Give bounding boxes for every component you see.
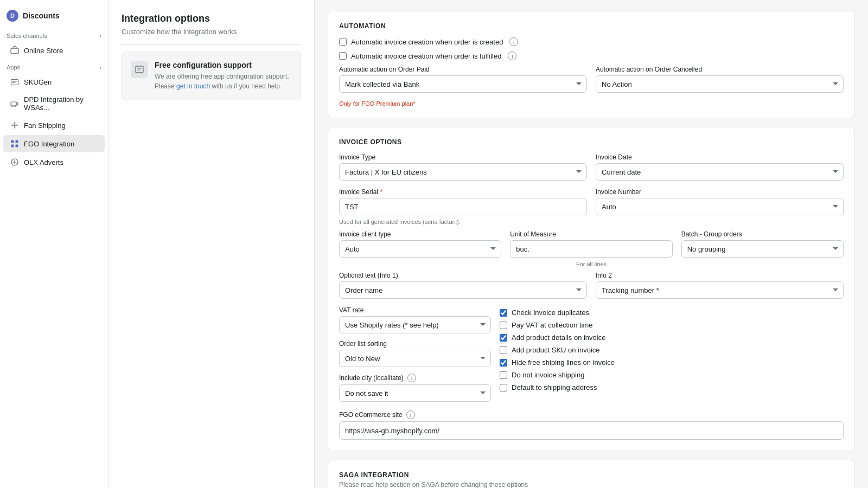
pay-vat-checkbox[interactable] — [500, 322, 507, 329]
sidebar-item-dpd[interactable]: DPD Integration by WSAs... — [3, 92, 105, 115]
order-cancelled-group: Automatic action on Order Cancelled No A… — [596, 66, 844, 93]
required-star: * — [413, 100, 415, 107]
order-sort-select[interactable]: Old to New New to Old — [339, 350, 491, 367]
hide-free-shipping-row: Hide free shiping lines on invoice — [500, 358, 844, 367]
svg-rect-1 — [11, 80, 18, 85]
check-duplicates-row: Check invoice duplicates — [500, 309, 844, 317]
olx-label: OLX Adverts — [24, 158, 63, 166]
svg-point-4 — [15, 106, 16, 107]
info-icon-2[interactable]: i — [508, 52, 516, 60]
info2-select[interactable]: Tracking number * None Order name — [596, 281, 844, 299]
apps-arrow: › — [99, 64, 101, 70]
sidebar-item-olx[interactable]: OLX Adverts — [3, 153, 105, 171]
checkboxes-col: Check invoice duplicates Pay VAT at coll… — [500, 306, 844, 396]
invoice-options-title: INVOICE OPTIONS — [339, 138, 844, 146]
info-card-link[interactable]: get in touch — [176, 82, 210, 90]
saga-title: SAGA INTEGRATION — [339, 471, 844, 479]
info1-select[interactable]: Order name None Order note — [339, 281, 587, 299]
invoice-date-label: Invoice Date — [596, 153, 844, 161]
sidebar-item-fgo[interactable]: FGO Integration — [3, 135, 105, 152]
hide-free-shipping-checkbox[interactable] — [500, 359, 507, 367]
invoice-serial-input[interactable] — [339, 198, 587, 215]
fgo-site-group: FGO eCommerce site i — [339, 410, 844, 440]
order-paid-select[interactable]: Mark collected via Bank No Action Mark c… — [339, 75, 587, 93]
info-card: Free configuration support We are offeri… — [122, 52, 301, 100]
order-paid-group: Automatic action on Order Paid Mark coll… — [339, 66, 587, 93]
unit-group: Unit of Measure — [510, 230, 672, 258]
sales-channels-arrow: › — [99, 33, 101, 39]
skugen-icon — [10, 77, 20, 87]
do-not-invoice-row: Do not invoice shipping — [500, 371, 844, 379]
invoice-date-group: Invoice Date Current date Order date — [596, 153, 844, 181]
invoice-type-group: Invoice Type Factura | X for EU citizens… — [339, 153, 587, 181]
automation-section: AUTOMATION Automatic invoice creation wh… — [328, 11, 855, 118]
auto-create-fulfilled-checkbox[interactable] — [339, 52, 347, 60]
fgo-site-input[interactable] — [339, 421, 844, 440]
invoice-serial-label: Invoice Serial * — [339, 188, 587, 196]
auto-create-order-label: Automatic invoice creation when order is… — [351, 38, 503, 46]
svg-point-5 — [14, 125, 16, 126]
info1-label: Optional text (Info 1) — [339, 272, 587, 279]
svg-rect-2 — [11, 102, 16, 106]
info-card-text: We are offering free app configuration s… — [155, 72, 292, 91]
unit-label: Unit of Measure — [510, 230, 672, 238]
sidebar-item-skugen[interactable]: SKUGen — [3, 73, 105, 91]
sales-channels-label: Sales channels — [7, 33, 47, 39]
sidebar-item-fan-shipping[interactable]: Fan Shipping — [3, 117, 105, 134]
batch-select[interactable]: No grouping By day By week — [681, 240, 844, 258]
only-for-label: Only for FGO Premium plan — [339, 100, 413, 107]
default-shipping-label: Default to shipping address — [512, 383, 597, 391]
default-shipping-checkbox[interactable] — [500, 384, 507, 391]
pay-vat-row: Pay VAT at collection time — [500, 321, 844, 329]
info-icon-1[interactable]: i — [509, 37, 518, 46]
client-type-select[interactable]: Auto Company Individual — [339, 240, 501, 258]
invoice-serial-text: Invoice Serial — [339, 188, 378, 196]
info-card-icon — [131, 61, 148, 78]
info1-info2-row: Optional text (Info 1) Order name None O… — [339, 272, 844, 299]
fan-shipping-label: Fan Shipping — [24, 121, 66, 130]
main-content: Integration options Customize how the in… — [108, 0, 868, 488]
fgo-icon — [10, 139, 20, 149]
vat-label: VAT rate — [339, 306, 491, 314]
sidebar-logo-icon: D — [7, 10, 18, 22]
info1-group: Optional text (Info 1) Order name None O… — [339, 272, 587, 299]
check-duplicates-checkbox[interactable] — [500, 309, 507, 317]
invoice-type-date-row: Invoice Type Factura | X for EU citizens… — [339, 153, 844, 181]
add-sku-label: Add product SKU on invoice — [512, 346, 600, 354]
pay-vat-label: Pay VAT at collection time — [512, 321, 593, 329]
order-cancelled-select[interactable]: No Action Cancel Invoice Delete Invoice — [596, 75, 844, 93]
info-icon-city[interactable]: i — [407, 374, 416, 382]
olx-icon — [10, 157, 20, 167]
info2-group: Info 2 Tracking number * None Order name — [596, 272, 844, 299]
info-card-body: Free configuration support We are offeri… — [155, 61, 292, 91]
sidebar-logo-text: Discounts — [23, 11, 60, 20]
invoice-number-select[interactable]: Auto Manual — [596, 198, 844, 215]
add-sku-checkbox[interactable] — [500, 346, 507, 354]
apps-section: Apps › — [0, 60, 108, 73]
info-icon-fgo[interactable]: i — [406, 410, 415, 419]
unit-input[interactable] — [510, 240, 672, 258]
do-not-invoice-checkbox[interactable] — [500, 371, 507, 379]
batch-group: Batch - Group orders No grouping By day … — [681, 230, 844, 258]
sidebar-item-online-store[interactable]: Online Store — [3, 42, 105, 59]
invoice-type-select[interactable]: Factura | X for EU citizens Factura Prof… — [339, 163, 587, 181]
add-sku-row: Add product SKU on invoice — [500, 346, 844, 354]
include-city-text: Include city (localitate) — [339, 374, 404, 382]
vat-select[interactable]: Use Shopify rates (* see help) Fixed rat… — [339, 316, 491, 333]
vat-checkboxes-row: VAT rate Use Shopify rates (* see help) … — [339, 306, 844, 402]
invoice-number-label: Invoice Number — [596, 188, 844, 196]
batch-label: Batch - Group orders — [681, 230, 844, 238]
info-card-title: Free configuration support — [155, 61, 292, 69]
dpd-icon — [10, 99, 20, 108]
add-product-details-row: Add product details on invoice — [500, 333, 844, 342]
auto-create-order-checkbox[interactable] — [339, 38, 347, 46]
online-store-label: Online Store — [24, 47, 63, 55]
check-duplicates-label: Check invoice duplicates — [512, 309, 589, 317]
fgo-label: FGO Integration — [24, 140, 74, 148]
order-sort-group: Order list sorting Old to New New to Old — [339, 340, 491, 367]
do-not-invoice-label: Do not invoice shipping — [512, 371, 584, 379]
include-city-select[interactable]: Do not save it Save it — [339, 384, 491, 402]
invoice-date-select[interactable]: Current date Order date — [596, 163, 844, 181]
fgo-site-label-text: FGO eCommerce site — [339, 411, 403, 419]
add-product-details-checkbox[interactable] — [500, 334, 507, 342]
